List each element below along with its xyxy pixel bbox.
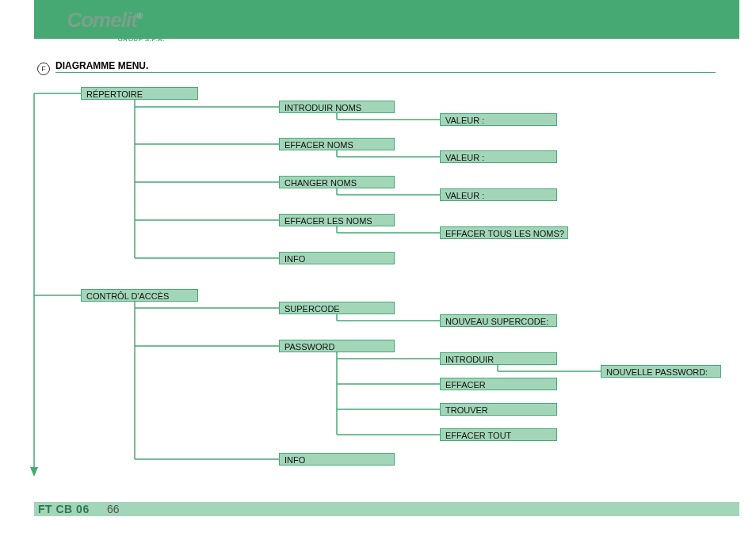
brand-name: Comelit® bbox=[67, 8, 142, 32]
node-effacer-noms: EFFACER NOMS bbox=[279, 138, 395, 150]
brand-logo: Comelit® GROUP S.P.A. bbox=[40, 8, 166, 40]
node-effacer: EFFACER bbox=[440, 378, 557, 390]
node-valeur-3: VALEUR : bbox=[440, 188, 557, 201]
node-effacer-tout: EFFACER TOUT bbox=[440, 428, 557, 441]
footer-code: FT CB 06 bbox=[38, 502, 90, 516]
footer-page-number: 66 bbox=[107, 502, 120, 516]
node-introduir: INTRODUIR bbox=[440, 352, 557, 365]
node-supercode: SUPERCODE bbox=[279, 302, 395, 314]
svg-marker-4 bbox=[30, 467, 38, 477]
logo-mark-icon bbox=[40, 9, 63, 32]
node-valeur-1: VALEUR : bbox=[440, 113, 557, 126]
section-title: DIAGRAMME MENU. bbox=[55, 60, 148, 71]
node-effacer-tous: EFFACER TOUS LES NOMS? bbox=[440, 226, 568, 239]
language-marker: F bbox=[37, 63, 50, 75]
node-changer-noms: CHANGER NOMS bbox=[279, 176, 395, 188]
title-underline bbox=[55, 72, 716, 73]
node-effacer-les-noms: EFFACER LES NOMS bbox=[279, 214, 395, 226]
node-nouvelle-password: NOUVELLE PASSWORD: bbox=[601, 365, 721, 378]
brand-sub: GROUP S.P.A. bbox=[118, 36, 165, 43]
node-control-acces: CONTRÔL D'ACCÈS bbox=[81, 289, 198, 302]
svg-marker-2 bbox=[52, 13, 63, 25]
node-password: PASSWORD bbox=[279, 340, 395, 352]
node-repertoire: RÉPERTOIRE bbox=[81, 87, 198, 100]
node-nouveau-supercode: NOUVEAU SUPERCODE: bbox=[440, 314, 557, 327]
node-trouver: TROUVER bbox=[440, 403, 557, 416]
node-info-1: INFO bbox=[279, 252, 395, 264]
node-valeur-2: VALEUR : bbox=[440, 150, 557, 163]
node-introduir-noms: INTRODUIR NOMS bbox=[279, 101, 395, 113]
tree-connectors bbox=[0, 0, 756, 491]
node-info-2: INFO bbox=[279, 453, 395, 466]
footer-bar bbox=[34, 502, 739, 516]
